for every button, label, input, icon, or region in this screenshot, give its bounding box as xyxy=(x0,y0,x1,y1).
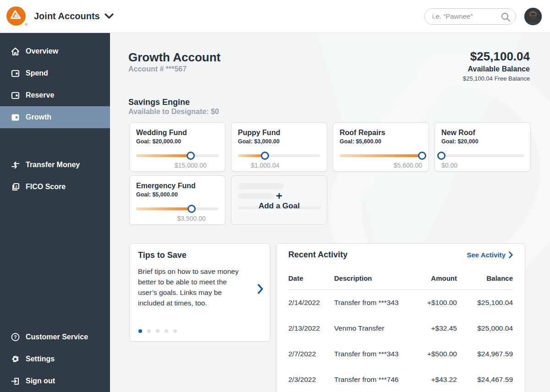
goal-slider: $0.00 xyxy=(441,152,524,160)
sidebar-item-label: FICO Score xyxy=(26,183,66,191)
slider-handle[interactable] xyxy=(261,152,269,160)
goal-card-wedding-fund: Wedding Fund Goal: $20,000.00 $15,000.00 xyxy=(129,122,226,172)
see-activity-link[interactable]: See Activity xyxy=(467,251,513,259)
goal-current-value: $3,500.00 xyxy=(177,215,205,222)
sign-out-icon xyxy=(11,377,20,386)
goal-slider: $15,000.00 xyxy=(136,152,219,160)
table-header-row: Date Description Amount Balance xyxy=(288,271,513,290)
sidebar-item-settings[interactable]: Settings xyxy=(0,348,110,370)
goal-target: Goal: $20,000 xyxy=(441,138,524,145)
cell-balance: $24,967.59 xyxy=(457,341,513,367)
transfer-arrows-icon xyxy=(11,161,20,169)
free-balance: $25,100.04 Free Balance xyxy=(463,75,530,82)
carousel-dot[interactable] xyxy=(138,329,142,333)
search-box xyxy=(424,8,516,25)
carousel-dot[interactable] xyxy=(165,329,168,333)
column-header-amount: Amount xyxy=(403,271,457,290)
goal-name: Puppy Fund xyxy=(238,129,320,137)
activity-table: Date Description Amount Balance 2/14/202… xyxy=(288,271,513,392)
goal-name: Emergency Fund xyxy=(136,182,219,190)
sidebar-item-reserve[interactable]: Reserve xyxy=(0,84,110,106)
chevron-down-icon xyxy=(104,13,114,19)
chevron-right-icon xyxy=(509,251,513,258)
table-row[interactable]: 2/7/2022 Transfer from ***343 +$500.00 $… xyxy=(288,341,513,367)
growth-account-icon xyxy=(11,113,20,122)
chevron-right-icon xyxy=(257,284,264,294)
balance-block: $25,100.04 Available Balance $25,100.04 … xyxy=(463,49,530,82)
sidebar-item-fico-score[interactable]: 2 FICO Score xyxy=(0,176,110,198)
tips-title: Tips to Save xyxy=(138,250,262,260)
sidebar-item-label: Customer Service xyxy=(26,333,88,341)
next-tip-button[interactable] xyxy=(257,284,264,296)
gear-icon xyxy=(11,355,20,364)
table-row[interactable]: 2/13/2022 Venmo Transfer +$32.45 $25,000… xyxy=(288,316,513,341)
goal-slider: $3,500.00 xyxy=(136,205,219,213)
plus-icon: + xyxy=(276,190,282,202)
table-row[interactable]: 2/14/2022 Transfer from ***343 +$100.00 … xyxy=(288,290,513,316)
recent-activity-card: Recent Activity See Activity Date Descri… xyxy=(276,243,525,392)
sidebar-item-label: Sign out xyxy=(26,377,55,385)
fico-score-icon: 2 xyxy=(11,183,20,191)
goal-card-puppy-fund: Puppy Fund Goal: $3,000.00 $1,000.04 xyxy=(231,122,327,172)
user-avatar[interactable] xyxy=(524,8,542,25)
search-icon[interactable] xyxy=(500,11,511,24)
cell-date: 2/7/2022 xyxy=(288,341,334,367)
slider-handle[interactable] xyxy=(437,152,446,160)
tips-body: Brief tips on how to save money better t… xyxy=(138,266,246,308)
cell-description: Transfer from ***343 xyxy=(334,290,403,316)
recent-activity-title: Recent Activity xyxy=(288,250,347,260)
goal-card-new-roof: New Roof Goal: $20,000 $0.00 xyxy=(434,122,531,172)
carousel-dot[interactable] xyxy=(147,329,151,333)
account-switcher-label: Joint Accounts xyxy=(34,11,100,22)
goal-target: Goal: $20,000.00 xyxy=(136,138,219,145)
goal-name: New Roof xyxy=(441,129,524,137)
slider-track[interactable] xyxy=(441,154,524,157)
available-balance-amount: $25,100.04 xyxy=(463,49,530,64)
sidebar-item-label: Overview xyxy=(26,47,58,55)
cell-balance: $25,000.04 xyxy=(457,316,513,341)
sidebar-item-customer-service[interactable]: ? Customer Service xyxy=(0,326,110,348)
top-header: ® Joint Accounts xyxy=(0,0,550,33)
goal-slider: $1,000.04 xyxy=(238,152,320,160)
available-to-designate: Available to Designate: $0 xyxy=(128,108,219,116)
goal-current-value: $0.00 xyxy=(441,162,457,169)
account-switcher[interactable]: Joint Accounts xyxy=(34,11,114,22)
sidebar-item-growth[interactable]: Growth xyxy=(0,106,110,128)
skeleton-bar xyxy=(238,183,284,190)
reserve-account-icon xyxy=(11,91,20,100)
bank-logo[interactable]: ® xyxy=(6,6,27,27)
carousel-dot[interactable] xyxy=(173,329,177,333)
slider-handle[interactable] xyxy=(187,152,195,160)
add-goal-label: Add a Goal xyxy=(231,201,327,211)
slider-handle[interactable] xyxy=(418,152,426,160)
cell-amount: +$100.00 xyxy=(403,290,457,316)
sidebar-item-sign-out[interactable]: Sign out xyxy=(0,370,110,392)
carousel-dot[interactable] xyxy=(156,329,160,333)
app-window: ® Joint Accounts xyxy=(0,0,550,392)
cell-description: Transfer from ***343 xyxy=(334,341,403,367)
account-number: Account # ***567 xyxy=(128,65,187,73)
sidebar-item-spend[interactable]: Spend xyxy=(0,62,110,84)
main-content: Growth Account Account # ***567 $25,100.… xyxy=(110,33,550,392)
sidebar-item-transfer-money[interactable]: Transfer Money xyxy=(0,154,110,176)
see-activity-label: See Activity xyxy=(467,251,506,259)
svg-text:2: 2 xyxy=(15,185,17,189)
goal-current-value: $1,000.04 xyxy=(251,162,279,169)
goal-target: Goal: $3,000.00 xyxy=(238,138,320,145)
slider-fill xyxy=(136,154,191,157)
slider-handle[interactable] xyxy=(187,205,196,213)
goal-name: Roof Repairs xyxy=(340,129,422,137)
goal-card-emergency-fund: Emergency Fund Goal: $5,000.00 $3,500.00 xyxy=(129,175,226,225)
sidebar-item-label: Transfer Money xyxy=(26,161,80,169)
page-title: Growth Account xyxy=(128,50,220,65)
column-header-date: Date xyxy=(288,271,334,290)
add-goal-card[interactable]: + Add a Goal xyxy=(231,175,327,225)
slider-fill xyxy=(340,154,422,157)
cell-amount: +$32.45 xyxy=(403,316,457,341)
table-row[interactable]: 2/3/2022 Transfer from ***746 +$43.22 $2… xyxy=(288,367,513,392)
goal-current-value: $15,000.00 xyxy=(175,162,207,169)
goal-slider: $5,600.00 xyxy=(340,152,422,160)
carousel-dots xyxy=(138,329,177,333)
savings-engine-title: Savings Engine xyxy=(128,98,190,107)
sidebar-item-overview[interactable]: Overview xyxy=(0,40,110,62)
